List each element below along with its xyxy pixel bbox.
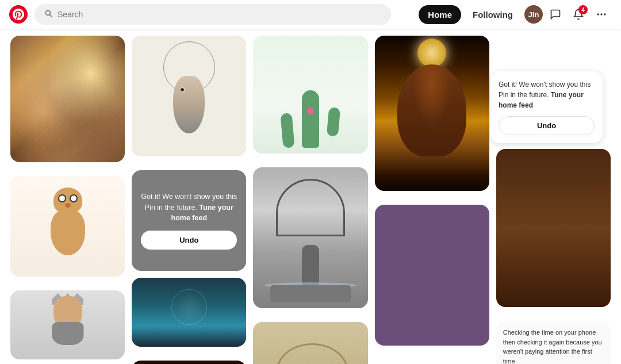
pinterest-logo[interactable] bbox=[9, 5, 28, 24]
fountain-figure bbox=[302, 245, 319, 285]
owl-eye-right bbox=[70, 194, 78, 202]
search-bar[interactable] bbox=[34, 4, 391, 25]
floating-panel-undo-button[interactable]: Undo bbox=[499, 116, 595, 135]
search-icon bbox=[44, 9, 53, 20]
nav-following[interactable]: Following bbox=[463, 5, 522, 24]
owl-beak bbox=[65, 203, 71, 208]
more-button[interactable] bbox=[591, 4, 612, 25]
fountain-arch bbox=[276, 179, 345, 236]
pin-fountain[interactable] bbox=[253, 167, 367, 308]
grid-col-2: Got it! We won't show you this Pin in th… bbox=[132, 36, 246, 364]
pin-cactus[interactable] bbox=[253, 36, 367, 154]
king-beard bbox=[52, 322, 83, 345]
floating-dismissed-panel[interactable]: Got it! We won't show you this Pin in th… bbox=[490, 71, 603, 143]
pin-rose[interactable] bbox=[132, 361, 246, 364]
svg-point-1 bbox=[600, 13, 602, 15]
madonna-image bbox=[375, 36, 489, 191]
content-wrapper: Got it! We won't show you this Pin in th… bbox=[9, 36, 612, 364]
koi-body bbox=[169, 76, 209, 151]
search-input[interactable] bbox=[57, 10, 382, 19]
pin-teal[interactable] bbox=[132, 278, 246, 347]
messages-icon bbox=[550, 9, 561, 20]
cactus-main bbox=[302, 90, 319, 148]
owl-head bbox=[53, 187, 82, 213]
nav-home[interactable]: Home bbox=[419, 5, 461, 24]
floating-panel-text: Got it! We won't show you this Pin in th… bbox=[499, 79, 595, 110]
cactus-image bbox=[253, 36, 367, 154]
pin-purple[interactable] bbox=[375, 205, 489, 346]
arch-image bbox=[253, 322, 367, 364]
koi-image bbox=[132, 36, 246, 156]
messages-button[interactable] bbox=[545, 4, 566, 25]
dismissed-text-1: Got it! We won't show you this Pin in th… bbox=[141, 191, 237, 224]
svg-point-2 bbox=[604, 13, 605, 15]
koi-eye bbox=[180, 87, 185, 92]
grid-col-4 bbox=[375, 36, 489, 364]
pin-baroque[interactable] bbox=[10, 36, 125, 162]
pin-brown[interactable] bbox=[496, 149, 611, 307]
koi-shape bbox=[173, 76, 205, 133]
owl-eye-left bbox=[58, 194, 66, 202]
pin-arch[interactable] bbox=[253, 322, 367, 364]
notification-badge: 4 bbox=[578, 5, 588, 14]
notifications-button[interactable]: 4 bbox=[568, 4, 589, 25]
svg-point-0 bbox=[597, 13, 599, 15]
meme-text: Checking the time on your phone then che… bbox=[503, 328, 604, 364]
nav-links: Home Following JIn 4 bbox=[419, 4, 612, 25]
dismissed-card-1[interactable]: Got it! We won't show you this Pin in th… bbox=[132, 170, 246, 271]
cactus-flower bbox=[307, 108, 314, 114]
pin-king[interactable] bbox=[10, 290, 125, 359]
undo-button-1[interactable]: Undo bbox=[141, 231, 237, 250]
user-avatar[interactable]: JIn bbox=[524, 5, 543, 24]
king-image bbox=[10, 290, 125, 359]
main-content: Got it! We won't show you this Pin in th… bbox=[0, 29, 621, 364]
more-icon bbox=[596, 9, 607, 20]
cactus-arm-right bbox=[327, 107, 340, 137]
fountain-image bbox=[253, 167, 367, 308]
fountain-base bbox=[270, 285, 351, 302]
baroque-image bbox=[10, 36, 125, 162]
teal-image bbox=[132, 278, 246, 347]
pin-madonna[interactable] bbox=[375, 36, 489, 191]
owl-body bbox=[51, 209, 85, 255]
pin-meme-text[interactable]: Checking the time on your phone then che… bbox=[496, 321, 611, 364]
rose-image bbox=[132, 361, 246, 364]
owl-image bbox=[10, 176, 125, 277]
grid-col-3 bbox=[253, 36, 367, 364]
cactus-arm-left bbox=[280, 113, 294, 148]
header: Home Following JIn 4 bbox=[0, 0, 621, 29]
brown-image bbox=[496, 149, 611, 307]
grid-col-1 bbox=[10, 36, 125, 364]
pin-owl[interactable] bbox=[10, 176, 125, 277]
pin-koi[interactable] bbox=[132, 36, 246, 156]
